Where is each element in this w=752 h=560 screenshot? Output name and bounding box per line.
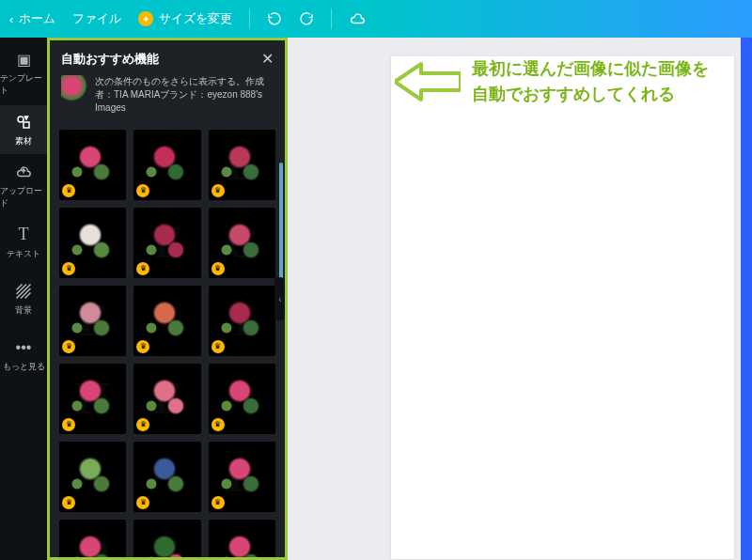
svg-rect-1 [24, 122, 29, 128]
undo-icon [267, 11, 282, 26]
nav-uploads[interactable]: アップロード [0, 162, 47, 210]
elements-icon [14, 113, 33, 132]
home-label: ホーム [19, 10, 55, 27]
leaf-icon [165, 396, 186, 416]
leaf-icon [220, 165, 233, 179]
premium-crown-icon: ♛ [62, 340, 75, 353]
premium-crown-icon: ♛ [62, 418, 75, 431]
nav-label: テキスト [7, 248, 40, 260]
leaf-icon [241, 474, 261, 494]
leaf-icon [70, 165, 84, 179]
leaf-icon [145, 321, 158, 334]
close-button[interactable]: ✕ [261, 50, 274, 68]
chevron-left-icon: ‹ [278, 294, 281, 304]
page-side-handle[interactable] [741, 38, 752, 560]
cloud-sync-button[interactable] [349, 10, 366, 27]
premium-crown-icon: ♛ [212, 418, 225, 431]
more-icon: ••• [14, 338, 33, 357]
main-area: ▣ テンプレート 素材 アップロード T テキスト 背景 ••• [0, 38, 752, 560]
panel-subheader: 次の条件のものをさらに表示する。作成者：TIA MARIAブランド：eyezon… [50, 75, 285, 124]
redo-icon [299, 11, 314, 26]
leaf-icon [70, 321, 84, 334]
premium-crown-icon: ♛ [62, 496, 75, 509]
annotation-line1: 最初に選んだ画像に似た画像を [472, 56, 709, 82]
leaf-icon [220, 243, 233, 257]
annotation-text: 最初に選んだ画像に似た画像を 自動でおすすめしてくれる [472, 56, 709, 107]
leaf-icon [70, 477, 84, 490]
redo-button[interactable] [299, 11, 314, 26]
grid-item[interactable]: L ♛ [133, 520, 200, 560]
annotation-line2: 自動でおすすめしてくれる [472, 82, 709, 107]
file-menu[interactable]: ファイル [72, 10, 121, 27]
reference-thumbnail[interactable] [61, 75, 87, 101]
premium-crown-icon: ♛ [136, 418, 149, 431]
templates-icon: ▣ [14, 50, 33, 69]
leaf-icon [91, 474, 112, 494]
premium-crown-icon: ♛ [136, 496, 149, 509]
annotation-overlay: 最初に選んだ画像に似た画像を 自動でおすすめしてくれる [395, 56, 709, 107]
leaf-icon [91, 240, 112, 260]
canvas-region [288, 38, 752, 560]
leaf-icon [241, 240, 261, 260]
nav-elements[interactable]: 素材 [0, 105, 47, 154]
grid-item[interactable]: ♛ [209, 520, 275, 560]
grid-item[interactable]: E ♛ [209, 130, 275, 200]
grid-item[interactable]: ♛ [133, 442, 200, 512]
star-icon: ✦ [138, 11, 153, 26]
grid-item[interactable]: ♛ [133, 286, 200, 356]
leaf-icon [241, 318, 261, 338]
file-label: ファイル [72, 10, 121, 27]
text-icon: T [14, 226, 33, 244]
panel-collapse-handle[interactable]: ‹ [274, 277, 286, 320]
nav-more[interactable]: ••• もっと見る [0, 331, 47, 380]
nav-label: もっと見る [3, 361, 45, 373]
svg-point-0 [18, 117, 24, 122]
nav-label: 背景 [15, 304, 32, 317]
premium-crown-icon: ♛ [136, 184, 149, 197]
background-icon [14, 282, 33, 301]
premium-crown-icon: ♛ [62, 184, 75, 197]
resize-label: サイズを変更 [159, 10, 232, 27]
recommendations-panel: 自動おすすめ機能 ✕ 次の条件のものをさらに表示する。作成者：TIA MARIA… [47, 38, 288, 560]
home-button[interactable]: ‹ ホーム [9, 10, 55, 27]
canvas[interactable] [391, 56, 734, 559]
grid-item[interactable]: I ♛ [209, 286, 275, 356]
leaf-icon [145, 399, 158, 412]
premium-crown-icon: ♛ [212, 184, 225, 197]
divider [331, 8, 332, 29]
grid-item[interactable]: ♛ [59, 130, 126, 200]
leaf-icon [165, 474, 186, 494]
leaf-icon [145, 477, 158, 490]
nav-text[interactable]: T テキスト [0, 218, 47, 267]
grid-item[interactable]: ♛ [133, 130, 200, 200]
leaf-icon [91, 162, 112, 182]
grid-item[interactable]: F ♛ [133, 364, 200, 434]
leaf-icon [165, 240, 186, 260]
grid-item[interactable]: ♛ [59, 442, 126, 512]
nav-label: テンプレート [0, 72, 47, 97]
leaf-icon [145, 165, 158, 179]
panel-title: 自動おすすめ機能 [61, 51, 159, 68]
grid-item[interactable]: G ♛ [209, 208, 275, 278]
leaf-icon [70, 399, 84, 412]
resize-button[interactable]: ✦ サイズを変更 [138, 10, 232, 27]
cloud-icon [349, 10, 366, 27]
nav-templates[interactable]: ▣ テンプレート [0, 49, 47, 98]
undo-button[interactable] [267, 11, 282, 26]
grid-item[interactable]: L ♛ [209, 442, 275, 512]
nav-background[interactable]: 背景 [0, 274, 47, 323]
premium-crown-icon: ♛ [212, 340, 225, 353]
grid-item[interactable]: F ♛ [133, 208, 200, 278]
grid-item[interactable]: O ♛ [59, 520, 126, 560]
grid-item[interactable]: H ♛ [59, 364, 126, 434]
grid-item[interactable]: ♛ [59, 208, 126, 278]
uploads-icon [14, 163, 33, 181]
grid-item[interactable]: E ♛ [59, 286, 126, 356]
premium-crown-icon: ♛ [136, 262, 149, 275]
chevron-left-icon: ‹ [9, 12, 13, 26]
vertical-nav: ▣ テンプレート 素材 アップロード T テキスト 背景 ••• [0, 38, 47, 560]
panel-subtitle: 次の条件のものをさらに表示する。作成者：TIA MARIAブランド：eyezon… [95, 75, 274, 115]
leaf-icon [165, 162, 186, 182]
grid-item[interactable]: ♛ [209, 364, 275, 434]
close-icon: ✕ [261, 51, 274, 67]
